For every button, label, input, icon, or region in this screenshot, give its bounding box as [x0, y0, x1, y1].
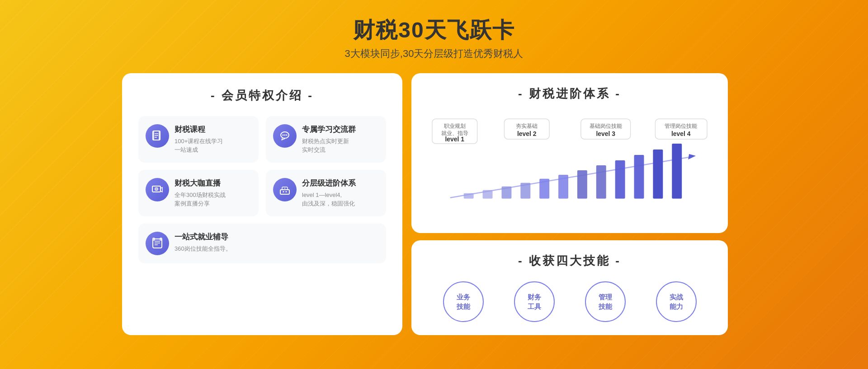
feature-icon-3	[146, 178, 169, 201]
feature-desc-2: 财税热点实时更新实时交流	[302, 137, 356, 154]
feature-text-3: 财税大咖直播 全年300场财税实战案例直播分享	[175, 178, 226, 208]
feature-text-1: 财税课程 100+课程在线学习一站速成	[175, 124, 223, 154]
features-grid: 财税课程 100+课程在线学习一站速成	[138, 116, 386, 216]
skill-2: 财务工具	[514, 281, 555, 322]
feature-desc-5: 360岗位技能全指导。	[175, 244, 231, 253]
feature-icon-1	[146, 124, 169, 148]
right-bottom-title: - 收获四大技能 -	[428, 253, 712, 269]
feature-card-1: 财税课程 100+课程在线学习一站速成	[138, 116, 259, 163]
svg-rect-12	[280, 190, 289, 194]
skill-4: 实战能力	[656, 281, 697, 322]
svg-text:夯实基础: 夯实基础	[516, 123, 538, 129]
main-content: - 会员特权介绍 -	[122, 73, 746, 335]
skill-1: 业务技能	[443, 281, 484, 322]
svg-rect-42	[558, 174, 568, 198]
sub-title: 3大模块同步,30天分层级打造优秀财税人	[345, 47, 524, 61]
svg-text:level 3: level 3	[596, 130, 615, 137]
feature-icon-5	[146, 232, 169, 255]
feature-icon-2	[273, 124, 297, 148]
feature-text-5: 一站式就业辅导 360岗位技能全指导。	[175, 232, 231, 253]
svg-rect-44	[596, 165, 606, 199]
feature-card-3: 财税大咖直播 全年300场财税实战案例直播分享	[138, 170, 259, 216]
svg-text:管理岗位技能: 管理岗位技能	[665, 123, 697, 129]
svg-marker-36	[688, 154, 696, 159]
feature-name-3: 财税大咖直播	[175, 178, 226, 188]
feature-name-1: 财税课程	[175, 124, 223, 135]
main-title: 财税30天飞跃卡	[345, 17, 524, 43]
progress-chart: 职业规划 就业、指导 level 1 夯实基础 level 2 基础岗位技能 l…	[428, 114, 712, 205]
skill-3: 管理技能	[585, 281, 626, 322]
svg-rect-38	[483, 190, 493, 198]
feature-icon-4	[273, 178, 297, 201]
svg-rect-48	[672, 144, 682, 199]
feature-desc-1: 100+课程在线学习一站速成	[175, 137, 223, 154]
svg-text:level 2: level 2	[517, 130, 537, 137]
feature-name-2: 专属学习交流群	[302, 124, 356, 135]
right-top-title: - 财税进阶体系 -	[428, 86, 712, 102]
header: 财税30天飞跃卡 3大模块同步,30天分层级打造优秀财税人	[345, 0, 524, 61]
svg-rect-37	[464, 193, 474, 198]
svg-rect-39	[501, 186, 511, 198]
right-panel: - 财税进阶体系 - 职业规划 就业、指导 level 1	[411, 73, 728, 335]
feature-text-2: 专属学习交流群 财税热点实时更新实时交流	[302, 124, 356, 154]
feature-text-4: 分层级进阶体系 level 1—level4,由浅及深，稳固强化	[302, 178, 356, 208]
left-panel-title: - 会员特权介绍 -	[138, 88, 386, 103]
feature-card-single: 一站式就业辅导 360岗位技能全指导。	[138, 224, 386, 263]
svg-point-14	[286, 191, 287, 192]
svg-point-7	[284, 134, 286, 135]
svg-text:职业规划: 职业规划	[444, 123, 466, 129]
feature-desc-3: 全年300场财税实战案例直播分享	[175, 191, 226, 208]
svg-point-13	[283, 191, 284, 192]
feature-desc-4: level 1—level4,由浅及深，稳固强化	[302, 191, 356, 208]
feature-card-4: 分层级进阶体系 level 1—level4,由浅及深，稳固强化	[266, 170, 386, 216]
svg-text:基础岗位技能: 基础岗位技能	[590, 123, 622, 129]
feature-name-4: 分层级进阶体系	[302, 178, 356, 188]
svg-rect-45	[615, 160, 625, 199]
progress-section: 职业规划 就业、指导 level 1 夯实基础 level 2 基础岗位技能 l…	[428, 114, 712, 206]
svg-point-6	[283, 134, 284, 135]
svg-rect-46	[634, 155, 644, 199]
feature-card-2: 专属学习交流群 财税热点实时更新实时交流	[266, 116, 386, 163]
page-container: 财税30天飞跃卡 3大模块同步,30天分层级打造优秀财税人 - 会员特权介绍 -	[0, 0, 868, 369]
svg-rect-40	[520, 182, 530, 198]
svg-rect-41	[539, 178, 549, 198]
svg-marker-11	[156, 188, 157, 190]
svg-point-8	[286, 134, 288, 135]
svg-text:level 4: level 4	[671, 130, 691, 137]
right-top-panel: - 财税进阶体系 - 职业规划 就业、指导 level 1	[411, 73, 728, 233]
svg-text:level 1: level 1	[445, 135, 464, 143]
skills-row: 业务技能 财务工具 管理技能 实战能力	[428, 281, 712, 322]
right-bottom-panel: - 收获四大技能 - 业务技能 财务工具 管理技能 实战能力	[411, 240, 728, 335]
left-panel: - 会员特权介绍 -	[122, 73, 402, 335]
svg-rect-47	[653, 149, 663, 199]
feature-name-5: 一站式就业辅导	[175, 232, 231, 242]
svg-rect-43	[577, 170, 587, 199]
